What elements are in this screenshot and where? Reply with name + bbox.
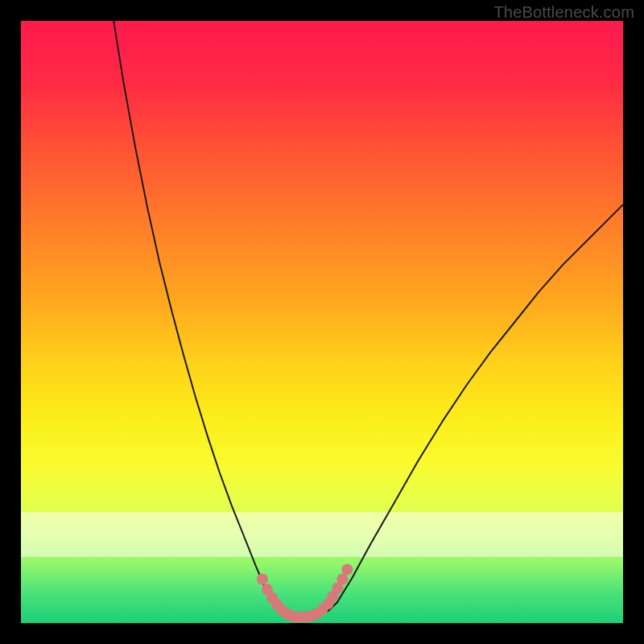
- bottleneck-curve-right: [337, 204, 623, 602]
- highlight-dot: [336, 573, 348, 584]
- highlight-dot: [341, 564, 353, 575]
- bottleneck-curve-left: [114, 21, 274, 603]
- marker-group: [257, 564, 353, 622]
- chart-frame: TheBottleneck.com: [0, 0, 644, 644]
- curve-layer: [21, 21, 623, 623]
- highlight-dot: [257, 573, 268, 584]
- watermark-text: TheBottleneck.com: [493, 3, 634, 22]
